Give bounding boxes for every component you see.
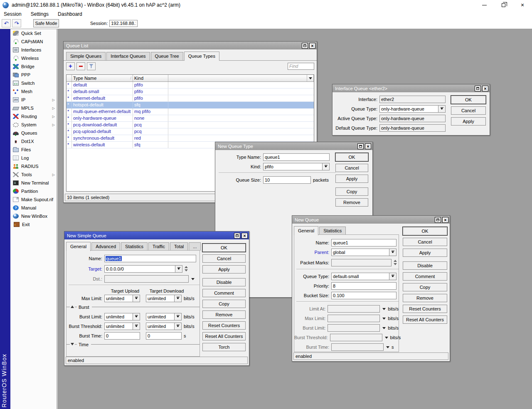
type-name-field[interactable] (263, 153, 330, 161)
active-queue-type-field[interactable] (379, 115, 446, 122)
ok-button[interactable]: OK (335, 153, 368, 161)
sidebar-item-log[interactable]: Log (10, 154, 57, 162)
tab-general[interactable]: General (294, 226, 318, 235)
kind-field[interactable] (263, 163, 323, 170)
burst-limit-upload-field[interactable] (104, 313, 133, 320)
new-simple-queue-titlebar[interactable]: New Simple Queue × (64, 232, 249, 239)
burst-time-upload-field[interactable] (104, 332, 140, 340)
filter-button[interactable] (87, 62, 96, 70)
close-button[interactable]: × (309, 43, 315, 49)
disable-button[interactable]: Disable (202, 278, 246, 286)
comment-button[interactable]: Comment (202, 289, 246, 297)
dropdown-icon[interactable] (382, 308, 386, 312)
find-input[interactable] (288, 63, 314, 70)
add-remove-spinner[interactable] (185, 264, 188, 273)
queue-type-field[interactable] (331, 273, 389, 280)
name-field[interactable]: queue1 (104, 255, 196, 262)
close-button[interactable]: × (513, 0, 532, 10)
packet-marks-field[interactable] (331, 259, 392, 266)
dropdown-button[interactable] (175, 313, 182, 320)
table-row[interactable]: *multi-queue-ethernet-defaultmq pfifo (66, 108, 314, 115)
column-select-button[interactable] (307, 75, 314, 81)
kind-column-header[interactable]: Kind (133, 75, 168, 81)
type-name-column-header[interactable]: Type Name/ (72, 75, 133, 81)
sidebar-item-system[interactable]: System▷ (10, 121, 57, 129)
tab-queue-tree[interactable]: Queue Tree (151, 52, 183, 60)
sidebar-item-dot1x[interactable]: Dot1X (10, 137, 57, 145)
queue-size-field[interactable] (263, 176, 311, 184)
tab-advanced[interactable]: Advanced (91, 242, 120, 251)
ok-button[interactable]: OK (202, 244, 246, 252)
dropdown-icon[interactable] (382, 318, 386, 321)
burst-limit-field[interactable] (328, 324, 380, 332)
apply-button[interactable]: Apply (335, 175, 368, 183)
interface-queue-titlebar[interactable]: Interface Queue <ether2> × (332, 84, 490, 92)
burst-threshold-field[interactable] (330, 334, 382, 341)
table-row[interactable]: *synchronous-defaultred (66, 135, 314, 142)
close-button[interactable]: × (241, 233, 248, 239)
dropdown-button[interactable] (175, 323, 182, 330)
table-row[interactable]: *ethernet-defaultpfifo (66, 95, 314, 102)
copy-button[interactable]: Copy (335, 187, 368, 196)
ok-button[interactable]: OK (403, 227, 447, 235)
table-row[interactable]: *pcq-download-defaultpcq (66, 122, 314, 128)
tab-statistics[interactable]: Statistics (319, 227, 346, 235)
table-row[interactable]: *pcq-upload-defaultpcq (66, 128, 314, 135)
dropdown-button[interactable] (175, 265, 182, 273)
new-queue-titlebar[interactable]: New Queue × (292, 216, 450, 224)
dropdown-icon[interactable] (191, 278, 195, 282)
queue-type-field[interactable] (379, 105, 438, 113)
sidebar-item-exit[interactable]: Exit (10, 220, 57, 229)
table-row[interactable]: *only-hardware-queuenone (66, 115, 314, 122)
remove-button[interactable] (76, 62, 85, 70)
safe-mode-button[interactable]: Safe Mode (33, 19, 59, 27)
parent-label[interactable]: Parent: (294, 250, 329, 255)
limit-at-field[interactable] (328, 305, 380, 313)
dropdown-button[interactable] (389, 249, 397, 256)
tab-simple-queues[interactable]: Simple Queues (66, 52, 106, 60)
dropdown-icon[interactable] (382, 327, 386, 331)
sidebar-item-capsman[interactable]: CAPsMAN (10, 37, 57, 46)
tab-traffic[interactable]: Traffic (148, 242, 169, 251)
maximize-button[interactable] (475, 86, 481, 91)
cancel-button[interactable]: Cancel (335, 164, 368, 172)
burst-time-field[interactable] (331, 343, 384, 351)
tab-general[interactable]: General (66, 242, 91, 251)
sidebar-item-new-winbox[interactable]: New WinBox (10, 212, 57, 220)
dst-field[interactable] (104, 275, 189, 283)
flag-column-header[interactable] (66, 75, 72, 81)
dropdown-icon[interactable] (385, 337, 388, 340)
sidebar-item-bridge[interactable]: Bridge (10, 62, 57, 71)
tab-more[interactable]: ... (189, 242, 201, 251)
reset-all-counters-button[interactable]: Reset All Counters (403, 315, 447, 324)
burst-threshold-download-field[interactable] (146, 323, 175, 330)
tab-interface-queues[interactable]: Interface Queues (106, 52, 150, 60)
sidebar-item-interfaces[interactable]: Interfaces (10, 46, 57, 54)
target-field[interactable] (104, 265, 175, 273)
reset-counters-button[interactable]: Reset Counters (202, 321, 246, 330)
cancel-button[interactable]: Cancel (403, 238, 447, 246)
reset-counters-button[interactable]: Reset Counters (403, 305, 447, 313)
app-titlebar[interactable]: admin@192.168.88.1 (MikroTik) - WinBox (… (0, 0, 532, 10)
sidebar-item-new-terminal[interactable]: New Terminal (10, 179, 57, 187)
remove-button[interactable]: Remove (403, 294, 447, 302)
sidebar-item-ppp[interactable]: PPP (10, 71, 57, 79)
maximize-button[interactable] (302, 43, 308, 49)
sidebar-item-switch[interactable]: Switch (10, 79, 57, 87)
burst-threshold-upload-field[interactable] (104, 323, 133, 330)
apply-button[interactable]: Apply (403, 249, 447, 257)
sidebar-item-queues[interactable]: Queues (10, 129, 57, 137)
table-row[interactable]: *defaultpfifo (66, 82, 314, 89)
copy-button[interactable]: Copy (202, 300, 246, 308)
burst-time-download-field[interactable] (146, 332, 182, 340)
bucket-size-field[interactable] (331, 292, 397, 299)
name-field[interactable] (331, 239, 397, 246)
menu-dashboard[interactable]: Dashboard (58, 11, 82, 17)
burst-section-header[interactable]: Burst (66, 304, 200, 310)
comment-button[interactable]: Comment (403, 272, 447, 281)
disable-button[interactable]: Disable (403, 261, 447, 270)
sidebar-item-routing[interactable]: Routing▷ (10, 112, 57, 121)
sidebar-item-manual[interactable]: ?Manual (10, 204, 57, 212)
table-row[interactable]: *default-smallpfifo (66, 89, 314, 95)
dropdown-button[interactable] (323, 163, 330, 170)
